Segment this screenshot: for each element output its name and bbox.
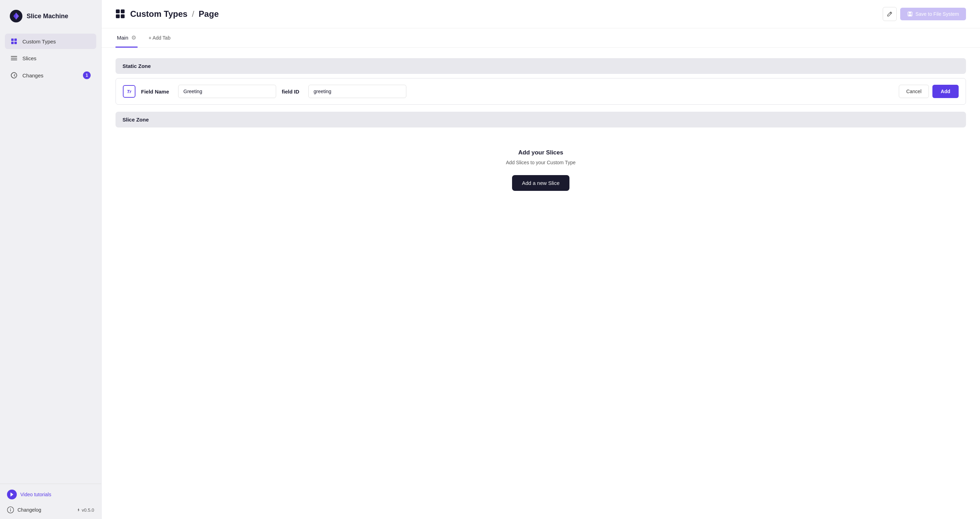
sidebar-item-custom-types-label: Custom Types xyxy=(22,38,56,45)
cancel-button[interactable]: Cancel xyxy=(899,85,929,98)
breadcrumb-page: Page xyxy=(199,9,219,19)
svg-rect-12 xyxy=(121,10,125,13)
add-button-label: Add xyxy=(941,89,950,94)
svg-point-10 xyxy=(10,508,11,509)
slices-icon xyxy=(11,54,18,62)
content-area: Static Zone Tr Field Name field ID Cance… xyxy=(102,48,980,519)
add-tab-label: + Add Tab xyxy=(149,35,170,41)
changes-badge: 1 xyxy=(83,72,91,79)
slice-zone-content: Add your Slices Add Slices to your Custo… xyxy=(116,132,966,208)
slice-zone-empty-title: Add your Slices xyxy=(519,149,563,156)
slice-machine-logo-icon xyxy=(10,10,22,22)
page-title: Custom Types / Page xyxy=(130,9,219,19)
edit-button[interactable] xyxy=(883,7,897,21)
save-button[interactable]: Save to File System xyxy=(900,8,966,20)
breadcrumb-root: Custom Types xyxy=(130,9,188,19)
changes-icon xyxy=(11,72,18,79)
field-id-input[interactable] xyxy=(309,85,406,98)
header-actions: Save to File System xyxy=(883,7,966,21)
add-tab-button[interactable]: + Add Tab xyxy=(147,29,172,46)
lightning-icon xyxy=(76,508,81,512)
save-button-label: Save to File System xyxy=(916,11,959,17)
sidebar-item-changes-label: Changes xyxy=(22,72,43,78)
slice-zone-empty-subtitle: Add Slices to your Custom Type xyxy=(506,160,576,165)
static-zone-header: Static Zone xyxy=(116,58,966,74)
svg-rect-1 xyxy=(11,38,14,41)
main-content: Custom Types / Page Save to File System xyxy=(102,0,980,519)
svg-rect-4 xyxy=(14,42,17,44)
tabs-row: Main ⚙ + Add Tab xyxy=(102,28,980,48)
sidebar-item-changes[interactable]: Changes 1 xyxy=(5,67,96,83)
field-type-label: Tr xyxy=(127,89,132,94)
add-slice-button-label: Add a new Slice xyxy=(522,180,560,186)
svg-rect-18 xyxy=(908,14,912,16)
video-tutorials-link[interactable]: Video tutorials xyxy=(7,490,94,499)
sidebar-footer: Video tutorials Changelog v0.5.0 xyxy=(0,484,101,519)
sidebar: Slice Machine Custom Types Slices xyxy=(0,0,102,519)
field-row: Tr Field Name field ID Cancel Add xyxy=(116,78,966,105)
video-tutorials-label: Video tutorials xyxy=(20,492,51,497)
cancel-button-label: Cancel xyxy=(906,89,921,94)
svg-rect-17 xyxy=(909,12,911,14)
tab-main[interactable]: Main ⚙ xyxy=(116,29,138,48)
logo-area: Slice Machine xyxy=(0,0,101,31)
field-actions: Cancel Add xyxy=(899,85,959,98)
field-id-label: field ID xyxy=(282,89,303,94)
pencil-icon xyxy=(887,11,892,17)
breadcrumb-separator: / xyxy=(190,9,197,19)
custom-types-icon xyxy=(11,38,18,45)
slice-zone-section: Slice Zone Add your Slices Add Slices to… xyxy=(116,112,966,208)
info-icon xyxy=(7,506,14,513)
play-icon xyxy=(7,490,17,499)
add-button[interactable]: Add xyxy=(932,85,959,98)
static-zone-section: Static Zone Tr Field Name field ID Cance… xyxy=(116,58,966,105)
field-type-icon: Tr xyxy=(123,85,135,98)
svg-rect-13 xyxy=(116,14,120,18)
slice-zone-title: Slice Zone xyxy=(123,117,149,123)
slice-zone-header: Slice Zone xyxy=(116,112,966,128)
page-title-icon xyxy=(116,9,125,19)
gear-icon[interactable]: ⚙ xyxy=(131,34,136,41)
svg-rect-14 xyxy=(121,14,125,18)
svg-rect-11 xyxy=(116,10,120,13)
tab-main-label: Main xyxy=(117,35,129,41)
static-zone-title: Static Zone xyxy=(123,63,151,69)
changelog-version: v0.5.0 xyxy=(76,508,94,513)
sidebar-item-slices-label: Slices xyxy=(22,55,37,61)
page-title-group: Custom Types / Page xyxy=(116,9,219,19)
changelog-row[interactable]: Changelog v0.5.0 xyxy=(7,506,94,513)
svg-rect-3 xyxy=(11,42,14,44)
field-name-label: Field Name xyxy=(141,89,173,94)
page-header: Custom Types / Page Save to File System xyxy=(102,0,980,28)
svg-rect-2 xyxy=(14,38,17,41)
sidebar-item-slices[interactable]: Slices xyxy=(5,50,96,66)
svg-line-15 xyxy=(890,13,891,14)
save-icon xyxy=(907,11,913,17)
field-name-input[interactable] xyxy=(178,85,276,98)
sidebar-nav: Custom Types Slices Changes 1 xyxy=(0,31,101,484)
app-name: Slice Machine xyxy=(27,13,68,20)
add-slice-button[interactable]: Add a new Slice xyxy=(512,175,570,191)
sidebar-item-custom-types[interactable]: Custom Types xyxy=(5,34,96,49)
changelog-label: Changelog xyxy=(18,507,41,513)
